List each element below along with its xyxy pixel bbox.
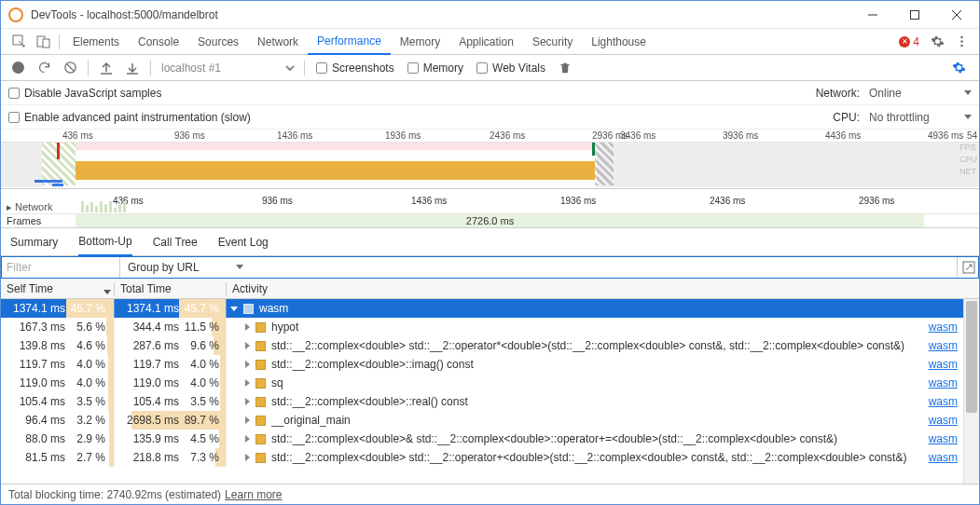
- detail-timeline[interactable]: 436 ms936 ms1436 ms1936 ms2436 ms2936 ms…: [1, 189, 979, 228]
- activity-name: std::__2::complex<double>::imag() const: [271, 358, 923, 371]
- settings-gear-icon[interactable]: [925, 30, 949, 54]
- tab-performance[interactable]: Performance: [308, 29, 391, 55]
- tab-security[interactable]: Security: [523, 29, 582, 55]
- activity-name: __original_main: [271, 414, 923, 427]
- table-header: Self Time Total Time Activity: [1, 279, 979, 299]
- title-bar: DevTools - localhost:5000/mandelbrot: [1, 1, 979, 29]
- save-profile-button[interactable]: [121, 57, 144, 79]
- source-link[interactable]: wasm: [929, 376, 963, 389]
- source-link[interactable]: wasm: [929, 321, 963, 334]
- table-row[interactable]: 1374.1 ms45.7 %1374.1 ms45.7 %wasm: [1, 299, 963, 318]
- tab-sources[interactable]: Sources: [188, 29, 248, 55]
- blocking-time-text: Total blocking time: 2740.92ms (estimate…: [8, 488, 221, 501]
- disclosure-triangle-icon[interactable]: [245, 454, 250, 461]
- devtools-icon: [8, 7, 23, 22]
- table-row[interactable]: 167.3 ms5.6 %344.4 ms11.5 %hypotwasm: [1, 318, 963, 336]
- col-activity[interactable]: Activity: [227, 282, 979, 295]
- table-row[interactable]: 96.4 ms3.2 %2698.5 ms89.7 %__original_ma…: [1, 411, 963, 430]
- disclosure-triangle-icon[interactable]: [245, 416, 250, 424]
- activity-name: std::__2::complex<double> std::__2::oper…: [271, 339, 923, 352]
- source-link[interactable]: wasm: [929, 395, 963, 408]
- subtab-call-tree[interactable]: Call Tree: [153, 228, 198, 256]
- vertical-scrollbar[interactable]: [963, 299, 979, 484]
- performance-toolbar: localhost #1 Screenshots Memory Web Vita…: [1, 55, 979, 81]
- table-row[interactable]: 105.4 ms3.5 %105.4 ms3.5 %std::__2::comp…: [1, 392, 963, 411]
- tab-memory[interactable]: Memory: [391, 29, 449, 55]
- disclosure-triangle-icon[interactable]: [245, 379, 250, 387]
- activity-name: sq: [271, 376, 923, 389]
- device-toggle-icon[interactable]: [31, 30, 55, 54]
- script-swatch-icon: [255, 360, 266, 370]
- disclosure-triangle-icon[interactable]: [245, 342, 250, 349]
- maximize-button[interactable]: [893, 1, 935, 28]
- webvitals-checkbox[interactable]: Web Vitals: [472, 61, 550, 75]
- network-select[interactable]: Online: [869, 87, 972, 100]
- enable-paint-checkbox[interactable]: Enable advanced paint instrumentation (s…: [8, 111, 251, 124]
- minimize-button[interactable]: [851, 1, 893, 28]
- footer-bar: Total blocking time: 2740.92ms (estimate…: [1, 484, 979, 504]
- table-row[interactable]: 139.8 ms4.6 %287.6 ms9.6 %std::__2::comp…: [1, 336, 963, 355]
- svg-rect-0: [910, 10, 918, 19]
- profile-select[interactable]: localhost #1: [158, 61, 297, 75]
- subtab-event-log[interactable]: Event Log: [218, 228, 269, 256]
- tab-lighthouse[interactable]: Lighthouse: [582, 29, 656, 55]
- script-swatch-icon: [243, 304, 254, 314]
- grouping-select[interactable]: Group by URL: [120, 256, 251, 278]
- load-profile-button[interactable]: [95, 57, 117, 79]
- reload-record-button[interactable]: [33, 57, 55, 79]
- toggle-heavy-icon[interactable]: [957, 256, 979, 278]
- source-link[interactable]: wasm: [929, 339, 963, 352]
- tab-network[interactable]: Network: [248, 29, 308, 55]
- activity-name: hypot: [271, 321, 923, 334]
- cpu-select[interactable]: No throttling: [869, 111, 972, 124]
- capture-settings-gear-icon[interactable]: [947, 57, 970, 79]
- overview-timeline[interactable]: 436 ms936 ms1436 ms1936 ms2436 ms2936 ms…: [1, 130, 979, 189]
- sort-desc-icon: [104, 290, 111, 294]
- cpu-label: CPU:: [833, 111, 860, 124]
- memory-checkbox[interactable]: Memory: [403, 61, 468, 75]
- network-track-label[interactable]: ▸ Network: [7, 201, 52, 213]
- inspect-icon[interactable]: [7, 30, 31, 54]
- frame-duration: 2726.0 ms: [466, 215, 514, 226]
- error-count-badge[interactable]: ✕4: [893, 35, 925, 48]
- window-title: DevTools - localhost:5000/mandelbrot: [31, 8, 851, 21]
- learn-more-link[interactable]: Learn more: [225, 488, 282, 501]
- disclosure-triangle-icon[interactable]: [245, 435, 250, 443]
- disable-js-checkbox[interactable]: Disable JavaScript samples: [8, 87, 161, 100]
- table-row[interactable]: 88.0 ms2.9 %135.9 ms4.5 %std::__2::compl…: [1, 430, 963, 448]
- tab-application[interactable]: Application: [449, 29, 523, 55]
- clear-button[interactable]: [59, 57, 81, 79]
- tab-elements[interactable]: Elements: [63, 29, 129, 55]
- screenshots-checkbox[interactable]: Screenshots: [311, 61, 399, 75]
- col-self-time[interactable]: Self Time: [1, 282, 115, 295]
- disclosure-triangle-icon[interactable]: [245, 323, 250, 331]
- chevron-down-icon: [964, 115, 972, 119]
- source-link[interactable]: wasm: [929, 414, 963, 427]
- settings-row-2: Enable advanced paint instrumentation (s…: [1, 105, 979, 130]
- subtab-summary[interactable]: Summary: [10, 228, 58, 256]
- disclosure-triangle-icon[interactable]: [230, 307, 238, 311]
- disclosure-triangle-icon[interactable]: [245, 361, 250, 368]
- script-swatch-icon: [255, 322, 266, 333]
- disclosure-triangle-icon[interactable]: [245, 398, 250, 405]
- table-row[interactable]: 119.0 ms4.0 %119.0 ms4.0 %sqwasm: [1, 374, 963, 392]
- frames-track[interactable]: Frames 2726.0 ms: [1, 213, 979, 227]
- source-link[interactable]: wasm: [929, 358, 963, 371]
- script-swatch-icon: [255, 453, 266, 463]
- activity-name: std::__2::complex<double>::real() const: [271, 395, 923, 408]
- table-row[interactable]: 81.5 ms2.7 %218.8 ms7.3 %std::__2::compl…: [1, 448, 963, 467]
- close-button[interactable]: [935, 1, 977, 28]
- svg-point-5: [960, 40, 963, 43]
- filter-input[interactable]: Filter: [1, 256, 120, 278]
- subtab-bottom-up[interactable]: Bottom-Up: [78, 228, 131, 256]
- table-row[interactable]: 119.7 ms4.0 %119.7 ms4.0 %std::__2::comp…: [1, 355, 963, 374]
- scrollbar-thumb[interactable]: [966, 301, 977, 413]
- more-menu-icon[interactable]: [949, 30, 973, 54]
- col-total-time[interactable]: Total Time: [115, 282, 227, 295]
- tab-console[interactable]: Console: [129, 29, 188, 55]
- settings-row-1: Disable JavaScript samples Network: Onli…: [1, 81, 979, 105]
- delete-profile-button[interactable]: [554, 57, 576, 79]
- source-link[interactable]: wasm: [929, 451, 963, 464]
- source-link[interactable]: wasm: [929, 432, 963, 445]
- record-button[interactable]: [7, 57, 29, 79]
